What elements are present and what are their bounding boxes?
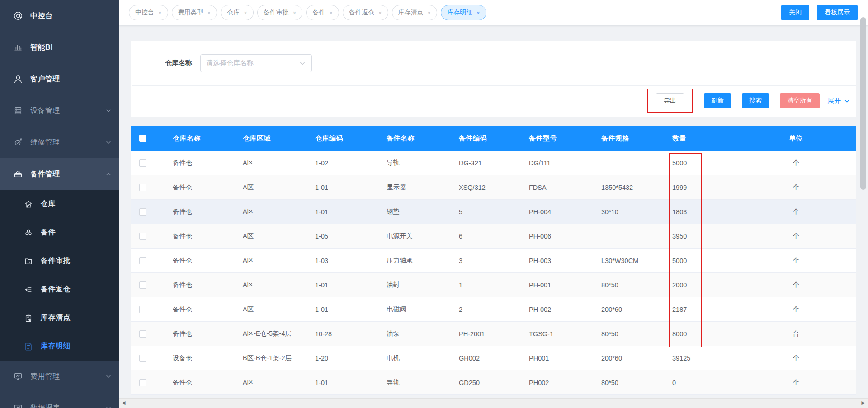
app-root: 中控台智能BI客户管理设备管理维修管理备件管理仓库备件备件审批备件返仓库存清点库… — [0, 0, 868, 408]
table-cell: A区 — [234, 256, 306, 265]
warehouse-name-select[interactable]: 请选择仓库名称 — [200, 54, 312, 72]
row-checkbox[interactable] — [139, 379, 146, 386]
sidebar-item-spareparts[interactable]: 备件 — [0, 218, 119, 247]
sidebar-item-parts-approval[interactable]: 备件审批 — [0, 247, 119, 275]
select-placeholder: 请选择仓库名称 — [206, 59, 299, 67]
row-checkbox[interactable] — [139, 159, 146, 167]
table-cell: 5000 — [663, 159, 736, 167]
sidebar-item-stock-detail[interactable]: 库存明细 — [0, 332, 119, 361]
table-cell: 1-01 — [306, 281, 377, 289]
close-tab-icon[interactable]: × — [208, 10, 211, 16]
table-cell: 30*10 — [592, 208, 663, 216]
close-tab-icon[interactable]: × — [244, 10, 247, 16]
tab-4[interactable]: 备件审批× — [257, 5, 303, 20]
table-cell: 备件仓 — [164, 329, 234, 338]
close-button[interactable]: 关闭 — [781, 5, 809, 20]
sidebar-item-spareparts-mgmt[interactable]: 备件管理 — [0, 158, 119, 190]
table-cell: TGSG-1 — [520, 330, 592, 338]
table-cell: 备件仓 — [164, 159, 234, 167]
tab-label: 备件 — [312, 9, 325, 17]
clear-all-button[interactable]: 清空所有 — [780, 93, 820, 108]
row-checkbox[interactable] — [139, 355, 146, 362]
sidebar-item-console[interactable]: 中控台 — [0, 0, 119, 32]
select-all-checkbox[interactable] — [139, 135, 146, 142]
table-cell: 备件仓 — [164, 207, 234, 216]
sidebar-item-label: 备件管理 — [30, 169, 60, 179]
sidebar-item-label: 备件 — [41, 228, 56, 237]
row-checkbox[interactable] — [139, 184, 146, 191]
column-header: 备件型号 — [520, 134, 592, 143]
row-checkbox[interactable] — [139, 281, 146, 289]
sidebar-item-repair-mgmt[interactable]: 维修管理 — [0, 127, 119, 158]
tab-7[interactable]: 库存清点× — [392, 5, 438, 20]
inventory-table: 仓库名称仓库区域仓库编码备件名称备件编码备件型号备件规格数量单位 备件仓A区1-… — [131, 126, 856, 395]
row-checkbox-cell — [131, 355, 164, 362]
export-button[interactable]: 导出 — [656, 93, 684, 108]
tab-2[interactable]: 费用类型× — [172, 5, 217, 20]
table-cell: 1803 — [663, 208, 736, 216]
refresh-button[interactable]: 刷新 — [704, 93, 731, 108]
tab-8[interactable]: 库存明细× — [441, 5, 486, 20]
expand-label: 展开 — [827, 97, 841, 105]
tab-6[interactable]: 备件返仓× — [343, 5, 388, 20]
bi-icon — [13, 42, 24, 53]
vertical-scrollbar-thumb[interactable] — [860, 17, 866, 190]
tab-3[interactable]: 仓库× — [221, 5, 254, 20]
board-display-button[interactable]: 看板展示 — [817, 5, 858, 20]
row-checkbox[interactable] — [139, 306, 146, 313]
tab-1[interactable]: 中控台× — [129, 5, 168, 20]
table-cell: 钢垫 — [377, 207, 450, 216]
close-tab-icon[interactable]: × — [329, 10, 333, 16]
chevron-down-icon — [299, 60, 306, 67]
close-tab-icon[interactable]: × — [158, 10, 162, 16]
table-row[interactable]: 备件仓A区1-01电磁阀2PH-002200*602187个 — [131, 297, 856, 322]
table-cell: GD250 — [450, 379, 520, 386]
sidebar-item-data-report[interactable]: 数据报表 — [0, 392, 119, 408]
table-cell: 个 — [736, 256, 856, 265]
tab-5[interactable]: 备件× — [306, 5, 339, 20]
table-row[interactable]: 备件仓A区1-03压力轴承3PH-003L30*W30CM5000个 — [131, 249, 856, 273]
table-row[interactable]: 设备仓B区-B仓-1架-2层1-20电机GH002PH001200*603912… — [131, 346, 856, 370]
table-row[interactable]: 备件仓A区1-01导轨GD250PH00280*500个 — [131, 370, 856, 395]
table-row[interactable]: 备件仓A区1-01钢垫5PH-00430*101803个 — [131, 200, 856, 224]
sidebar-item-device-mgmt[interactable]: 设备管理 — [0, 95, 119, 127]
sidebar-item-label: 备件审批 — [41, 256, 71, 266]
close-tab-icon[interactable]: × — [378, 10, 382, 16]
table-cell: 1-01 — [306, 306, 377, 313]
sidebar-item-parts-return[interactable]: 备件返仓 — [0, 275, 119, 304]
table-row[interactable]: 备件仓A区1-02导轨DG-321DG/1115000个 — [131, 151, 856, 175]
scroll-left-icon[interactable]: ◀ — [122, 400, 125, 406]
table-cell: 导轨 — [377, 159, 450, 167]
row-checkbox[interactable] — [139, 257, 146, 264]
table-cell: 个 — [736, 378, 856, 387]
search-button[interactable]: 搜索 — [742, 93, 769, 108]
table-row[interactable]: 备件仓A区1-01显示器XSQ/312FDSA1350*54321999个 — [131, 175, 856, 200]
scroll-right-icon[interactable]: ▶ — [862, 400, 865, 406]
sidebar-item-smart-bi[interactable]: 智能BI — [0, 32, 119, 63]
expand-toggle[interactable]: 展开 — [827, 97, 850, 105]
horizontal-scrollbar[interactable]: ◀ ▶ — [119, 398, 868, 408]
table-cell: 2 — [450, 306, 520, 313]
sidebar-item-label: 客户管理 — [30, 75, 60, 84]
row-checkbox[interactable] — [139, 233, 146, 240]
sidebar-item-stock-count[interactable]: 库存清点 — [0, 304, 119, 332]
sidebar: 中控台智能BI客户管理设备管理维修管理备件管理仓库备件备件审批备件返仓库存清点库… — [0, 0, 119, 408]
select-all-cell — [131, 135, 164, 142]
sidebar-item-warehouse[interactable]: 仓库 — [0, 190, 119, 218]
sidebar-item-expense-mgmt[interactable]: 费用管理 — [0, 361, 119, 392]
row-checkbox[interactable] — [139, 330, 146, 338]
table-row[interactable]: 备件仓A区1-01油封1PH-00180*502000个 — [131, 273, 856, 297]
column-header: 仓库名称 — [164, 134, 234, 143]
table-cell: 10-28 — [306, 330, 377, 338]
table-cell: GH002 — [450, 355, 520, 362]
close-tab-icon[interactable]: × — [476, 10, 480, 16]
close-tab-icon[interactable]: × — [293, 10, 297, 16]
table-row[interactable]: 备件仓A区-E仓-5架-4层10-28油泵PH-2001TGSG-180*508… — [131, 322, 856, 346]
table-cell: A区 — [234, 183, 306, 192]
tab-label: 库存明细 — [447, 9, 472, 17]
row-checkbox-cell — [131, 208, 164, 216]
row-checkbox[interactable] — [139, 208, 146, 216]
sidebar-item-customer-mgmt[interactable]: 客户管理 — [0, 63, 119, 95]
table-row[interactable]: 备件仓A区1-05电源开关6PH-0063950个 — [131, 224, 856, 249]
close-tab-icon[interactable]: × — [428, 10, 431, 16]
